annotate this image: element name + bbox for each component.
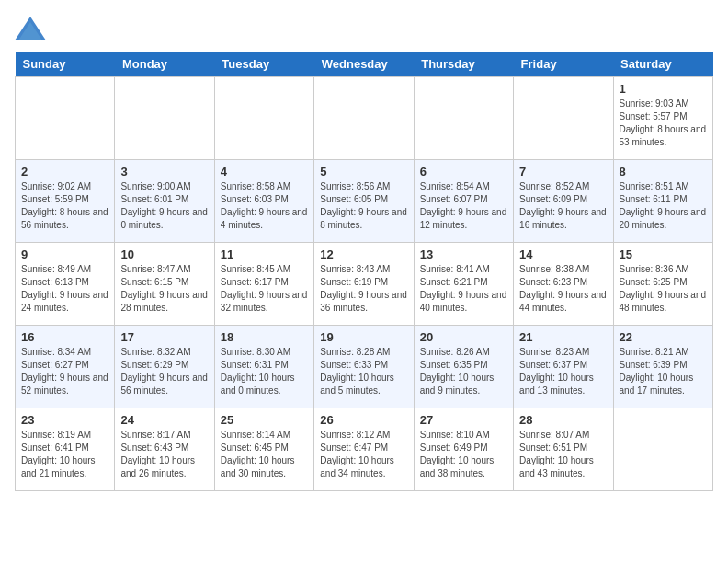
day-cell: 22Sunrise: 8:21 AM Sunset: 6:39 PM Dayli… (613, 326, 712, 408)
day-cell (514, 77, 613, 160)
day-number: 6 (420, 165, 507, 178)
day-cell: 25Sunrise: 8:14 AM Sunset: 6:45 PM Dayli… (214, 408, 313, 491)
day-cell (214, 77, 313, 160)
day-cell (613, 408, 712, 491)
day-info: Sunrise: 8:43 AM Sunset: 6:19 PM Dayligh… (320, 263, 407, 315)
day-cell (414, 77, 513, 160)
day-cell: 27Sunrise: 8:10 AM Sunset: 6:49 PM Dayli… (414, 408, 513, 491)
logo-icon (15, 15, 42, 40)
day-cell: 6Sunrise: 8:54 AM Sunset: 6:07 PM Daylig… (414, 160, 513, 243)
day-cell: 24Sunrise: 8:17 AM Sunset: 6:43 PM Dayli… (115, 408, 214, 491)
day-cell: 2Sunrise: 9:02 AM Sunset: 5:59 PM Daylig… (16, 160, 115, 243)
day-number: 2 (21, 165, 108, 178)
day-info: Sunrise: 8:52 AM Sunset: 6:09 PM Dayligh… (519, 180, 607, 232)
day-info: Sunrise: 8:14 AM Sunset: 6:45 PM Dayligh… (221, 429, 308, 480)
day-info: Sunrise: 8:10 AM Sunset: 6:49 PM Dayligh… (420, 429, 507, 480)
day-info: Sunrise: 9:03 AM Sunset: 5:57 PM Dayligh… (620, 98, 707, 149)
week-row-3: 9Sunrise: 8:49 AM Sunset: 6:13 PM Daylig… (16, 243, 713, 326)
day-cell: 28Sunrise: 8:07 AM Sunset: 6:51 PM Dayli… (514, 408, 613, 491)
day-cell: 17Sunrise: 8:32 AM Sunset: 6:29 PM Dayli… (115, 326, 214, 408)
day-info: Sunrise: 8:34 AM Sunset: 6:27 PM Dayligh… (21, 346, 108, 397)
day-header-thursday: Thursday (414, 52, 513, 77)
day-number: 8 (620, 165, 707, 178)
day-info: Sunrise: 8:41 AM Sunset: 6:21 PM Dayligh… (420, 263, 507, 315)
day-number: 19 (320, 330, 407, 344)
day-info: Sunrise: 8:07 AM Sunset: 6:51 PM Dayligh… (519, 429, 607, 480)
calendar-table: SundayMondayTuesdayWednesdayThursdayFrid… (15, 52, 713, 491)
week-row-4: 16Sunrise: 8:34 AM Sunset: 6:27 PM Dayli… (16, 326, 713, 408)
day-number: 14 (519, 247, 607, 261)
day-header-sunday: Sunday (16, 52, 115, 77)
day-info: Sunrise: 8:47 AM Sunset: 6:15 PM Dayligh… (120, 263, 208, 315)
day-info: Sunrise: 8:36 AM Sunset: 6:25 PM Dayligh… (620, 263, 707, 315)
day-cell: 4Sunrise: 8:58 AM Sunset: 6:03 PM Daylig… (214, 160, 313, 243)
day-info: Sunrise: 8:12 AM Sunset: 6:47 PM Dayligh… (320, 429, 407, 480)
day-number: 26 (320, 413, 407, 427)
day-number: 22 (620, 330, 707, 344)
day-number: 23 (21, 413, 108, 427)
day-info: Sunrise: 8:19 AM Sunset: 6:41 PM Dayligh… (21, 429, 108, 480)
day-info: Sunrise: 8:56 AM Sunset: 6:05 PM Dayligh… (320, 180, 407, 232)
day-number: 24 (120, 413, 208, 427)
day-number: 5 (320, 165, 407, 178)
day-number: 3 (120, 165, 208, 178)
day-cell: 7Sunrise: 8:52 AM Sunset: 6:09 PM Daylig… (514, 160, 613, 243)
day-cell: 12Sunrise: 8:43 AM Sunset: 6:19 PM Dayli… (314, 243, 414, 326)
day-info: Sunrise: 8:21 AM Sunset: 6:39 PM Dayligh… (620, 346, 707, 397)
day-number: 25 (221, 413, 308, 427)
day-number: 16 (21, 330, 108, 344)
day-cell: 8Sunrise: 8:51 AM Sunset: 6:11 PM Daylig… (613, 160, 712, 243)
day-info: Sunrise: 9:02 AM Sunset: 5:59 PM Dayligh… (21, 180, 108, 232)
day-header-tuesday: Tuesday (214, 52, 313, 77)
day-number: 9 (21, 247, 108, 261)
day-number: 11 (221, 247, 308, 261)
day-cell: 10Sunrise: 8:47 AM Sunset: 6:15 PM Dayli… (115, 243, 214, 326)
day-number: 10 (120, 247, 208, 261)
day-number: 20 (420, 330, 507, 344)
day-cell: 15Sunrise: 8:36 AM Sunset: 6:25 PM Dayli… (613, 243, 712, 326)
day-cell: 1Sunrise: 9:03 AM Sunset: 5:57 PM Daylig… (613, 77, 712, 160)
day-info: Sunrise: 8:58 AM Sunset: 6:03 PM Dayligh… (221, 180, 308, 232)
day-info: Sunrise: 8:45 AM Sunset: 6:17 PM Dayligh… (221, 263, 308, 315)
day-cell (314, 77, 414, 160)
day-number: 21 (519, 330, 607, 344)
day-cell: 23Sunrise: 8:19 AM Sunset: 6:41 PM Dayli… (16, 408, 115, 491)
day-cell (115, 77, 214, 160)
day-number: 17 (120, 330, 208, 344)
day-number: 1 (620, 82, 707, 96)
day-number: 18 (221, 330, 308, 344)
day-number: 7 (519, 165, 607, 178)
day-info: Sunrise: 8:38 AM Sunset: 6:23 PM Dayligh… (519, 263, 607, 315)
day-number: 15 (620, 247, 707, 261)
day-info: Sunrise: 8:49 AM Sunset: 6:13 PM Dayligh… (21, 263, 108, 315)
week-row-5: 23Sunrise: 8:19 AM Sunset: 6:41 PM Dayli… (16, 408, 713, 491)
day-cell (16, 77, 115, 160)
day-cell: 13Sunrise: 8:41 AM Sunset: 6:21 PM Dayli… (414, 243, 513, 326)
day-cell: 19Sunrise: 8:28 AM Sunset: 6:33 PM Dayli… (314, 326, 414, 408)
day-cell: 16Sunrise: 8:34 AM Sunset: 6:27 PM Dayli… (16, 326, 115, 408)
day-cell: 21Sunrise: 8:23 AM Sunset: 6:37 PM Dayli… (514, 326, 613, 408)
day-info: Sunrise: 8:54 AM Sunset: 6:07 PM Dayligh… (420, 180, 507, 232)
day-number: 27 (420, 413, 507, 427)
day-cell: 20Sunrise: 8:26 AM Sunset: 6:35 PM Dayli… (414, 326, 513, 408)
header-row: SundayMondayTuesdayWednesdayThursdayFrid… (16, 52, 713, 77)
day-header-friday: Friday (514, 52, 613, 77)
day-cell: 11Sunrise: 8:45 AM Sunset: 6:17 PM Dayli… (214, 243, 313, 326)
day-number: 4 (221, 165, 308, 178)
day-number: 12 (320, 247, 407, 261)
day-info: Sunrise: 8:23 AM Sunset: 6:37 PM Dayligh… (519, 346, 607, 397)
day-header-saturday: Saturday (613, 52, 712, 77)
day-info: Sunrise: 8:28 AM Sunset: 6:33 PM Dayligh… (320, 346, 407, 397)
day-cell: 5Sunrise: 8:56 AM Sunset: 6:05 PM Daylig… (314, 160, 414, 243)
day-cell: 3Sunrise: 9:00 AM Sunset: 6:01 PM Daylig… (115, 160, 214, 243)
day-cell: 9Sunrise: 8:49 AM Sunset: 6:13 PM Daylig… (16, 243, 115, 326)
week-row-1: 1Sunrise: 9:03 AM Sunset: 5:57 PM Daylig… (16, 77, 713, 160)
day-info: Sunrise: 8:30 AM Sunset: 6:31 PM Dayligh… (221, 346, 308, 397)
day-cell: 14Sunrise: 8:38 AM Sunset: 6:23 PM Dayli… (514, 243, 613, 326)
day-info: Sunrise: 8:17 AM Sunset: 6:43 PM Dayligh… (120, 429, 208, 480)
day-header-monday: Monday (115, 52, 214, 77)
header (15, 15, 713, 40)
day-number: 13 (420, 247, 507, 261)
week-row-2: 2Sunrise: 9:02 AM Sunset: 5:59 PM Daylig… (16, 160, 713, 243)
logo (15, 15, 44, 40)
